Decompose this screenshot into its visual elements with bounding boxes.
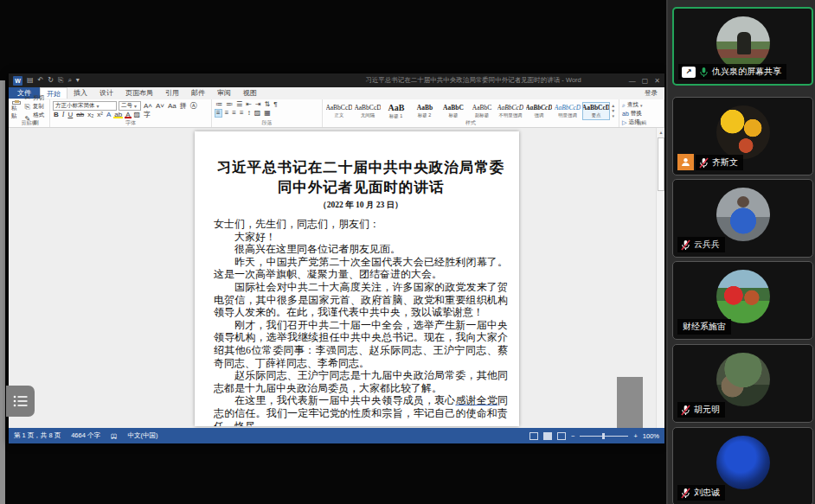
style-subtle-emphasis[interactable]: AaBbCcD 不明显强调: [497, 102, 524, 120]
find-button[interactable]: 查找: [622, 101, 661, 109]
grow-font-icon[interactable]: A˄: [143, 103, 153, 110]
change-case-icon[interactable]: Aa: [167, 103, 177, 110]
participant-tile[interactable]: 财经系施宙: [672, 261, 813, 340]
style-subtitle[interactable]: AaBbC 副标题: [468, 102, 496, 120]
style-no-spacing[interactable]: AaBbCcD 无间隔: [354, 102, 382, 120]
cut-icon: [23, 95, 31, 102]
italic-icon[interactable]: I: [61, 112, 66, 118]
show-marks-icon[interactable]: [273, 101, 278, 108]
read-mode-icon[interactable]: [529, 432, 538, 440]
save-icon[interactable]: [27, 77, 34, 84]
annotation-toolbar-button[interactable]: [6, 386, 35, 417]
subscript-icon[interactable]: x₂: [87, 112, 94, 118]
shading-icon[interactable]: [253, 110, 262, 117]
tab-view[interactable]: 视图: [237, 87, 263, 99]
undo-icon[interactable]: [38, 77, 44, 84]
doc-paragraph: 昨天，中国共产党第二十次全国代表大会已经胜利闭幕了。这是一次高举旗帜、凝聚力量、…: [214, 256, 508, 281]
tab-insert[interactable]: 插入: [67, 87, 93, 99]
zoom-out-icon[interactable]: [571, 432, 574, 440]
paragraph-group-label: 段落: [212, 119, 322, 127]
doc-paragraph: 赵乐际同志、王沪宁同志是十九届中央政治局常委，其他同志都是十九届中央政治局委员，…: [214, 369, 508, 394]
copy-button[interactable]: 复制: [23, 103, 47, 111]
zoom-slider[interactable]: [580, 436, 628, 437]
zoom-in-icon[interactable]: [633, 432, 637, 440]
line-spacing-icon[interactable]: [247, 110, 252, 117]
numbering-icon[interactable]: [225, 101, 234, 108]
redo-icon[interactable]: [48, 77, 54, 84]
decrease-indent-icon[interactable]: [245, 101, 253, 108]
qat-search-icon[interactable]: [67, 77, 71, 84]
scrollbar-thumb[interactable]: [658, 137, 664, 191]
style-heading1[interactable]: AaB 标题 1: [382, 102, 410, 120]
tab-mailings[interactable]: 邮件: [185, 87, 211, 99]
page-indicator[interactable]: 第 1 页，共 8 页: [14, 431, 61, 440]
style-intense-emphasis[interactable]: AaBbCcD 明显强调: [554, 102, 581, 120]
style-heading2[interactable]: AaBb 标题 2: [411, 102, 439, 120]
close-icon[interactable]: [654, 77, 660, 85]
tab-references[interactable]: 引用: [159, 87, 185, 99]
doc-title-line1: 习近平总书记在二十届中共中央政治局常委: [214, 157, 508, 177]
participant-tile[interactable]: 刘忠诚: [672, 427, 813, 504]
participant-tile[interactable]: 齐斯文: [672, 97, 813, 175]
sort-icon[interactable]: [264, 101, 272, 108]
font-color-icon[interactable]: A: [125, 112, 131, 118]
font-name-combo[interactable]: 方正小标宋简体: [53, 101, 117, 111]
document-page[interactable]: 习近平总书记在二十届中共中央政治局常委 同中外记者见面时的讲话 （2022 年 …: [195, 131, 519, 426]
style-title[interactable]: AaBbC 标题: [440, 102, 467, 120]
word-count[interactable]: 4664 个字: [71, 431, 100, 440]
increase-indent-icon[interactable]: [254, 101, 262, 108]
minimize-icon[interactable]: [629, 77, 636, 85]
participant-name-bar: ↗ 仇兴泉的屏幕共享: [678, 64, 786, 80]
style-normal[interactable]: AaBbCcD 正文: [325, 102, 353, 120]
participant-tile[interactable]: 胡元明: [672, 344, 813, 423]
qat-customize-icon[interactable]: [76, 77, 80, 84]
tab-page-layout[interactable]: 页面布局: [119, 87, 159, 99]
replace-button[interactable]: ab 替换: [622, 110, 661, 118]
touch-mode-icon[interactable]: [58, 77, 63, 84]
phonetic-guide-icon[interactable]: 拼: [179, 103, 188, 110]
cut-button[interactable]: 剪切: [23, 94, 47, 102]
styles-more-icon[interactable]: [612, 113, 614, 118]
style-strong[interactable]: AaBbCcD 要点: [582, 102, 610, 120]
align-left-icon[interactable]: [215, 109, 222, 118]
highlight-icon[interactable]: ab: [113, 112, 123, 118]
print-layout-icon[interactable]: [543, 432, 552, 440]
participant-name-bar: 刘忠诚: [677, 485, 725, 501]
person-icon: [681, 157, 690, 167]
borders-icon[interactable]: [263, 110, 272, 117]
web-layout-icon[interactable]: [557, 432, 566, 440]
paste-button[interactable]: 粘贴: [11, 101, 21, 120]
scroll-up-icon[interactable]: [657, 128, 665, 137]
style-emphasis[interactable]: AaBbCcD 强调: [525, 102, 553, 120]
participant-tile[interactable]: 云兵兵: [672, 179, 813, 258]
align-center-icon[interactable]: [224, 110, 230, 117]
character-shading-icon[interactable]: [133, 112, 142, 118]
vertical-scrollbar[interactable]: [656, 128, 664, 428]
text-effects-icon[interactable]: A: [106, 112, 112, 118]
shrink-font-icon[interactable]: A˅: [155, 103, 165, 110]
language-indicator[interactable]: 中文(中国): [127, 431, 157, 440]
font-size-combo[interactable]: 二号: [119, 101, 141, 111]
doc-body: 女士们，先生们，同志们，朋友们： 大家好！ 很高兴在这里同各位记者朋友见面。 昨…: [214, 218, 508, 426]
strikethrough-icon[interactable]: ab: [75, 112, 85, 118]
enclose-characters-icon[interactable]: 字: [143, 112, 151, 118]
tab-design[interactable]: 设计: [93, 87, 119, 99]
sign-in-link[interactable]: 登录: [645, 87, 658, 99]
bullets-icon[interactable]: [215, 101, 223, 108]
underline-icon[interactable]: U: [67, 112, 74, 118]
bold-icon[interactable]: B: [53, 112, 60, 118]
participant-name-bar: 财经系施宙: [677, 319, 731, 335]
superscript-icon[interactable]: x²: [96, 112, 104, 118]
character-border-icon[interactable]: Ⓐ: [189, 103, 198, 110]
tab-review[interactable]: 审阅: [211, 87, 237, 99]
clipboard-group-label: 剪贴板: [9, 119, 49, 127]
align-right-icon[interactable]: [231, 110, 237, 117]
styles-group: AaBbCcD 正文 AaBbCcD 无间隔 AaB 标题 1 AaBb: [323, 99, 619, 127]
zoom-level[interactable]: 100%: [643, 432, 659, 440]
word-titlebar[interactable]: W 习近平总书记在二十届中共中央政治局常委同中外记者见面时的讲话 - Word: [9, 73, 664, 87]
multilevel-list-icon[interactable]: [235, 101, 243, 108]
participant-tile[interactable]: ↗ 仇兴泉的屏幕共享: [672, 7, 813, 86]
maximize-icon[interactable]: [642, 77, 649, 85]
proofing-icon[interactable]: [111, 432, 118, 440]
justify-icon[interactable]: [239, 110, 245, 117]
